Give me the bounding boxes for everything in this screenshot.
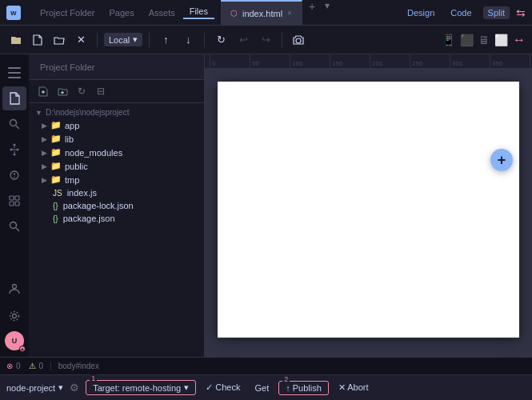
tmp-folder-icon: 📁: [50, 174, 62, 185]
local-label: Local: [109, 35, 130, 45]
status-errors: ⊗ 0 ⚠ 0: [6, 362, 43, 370]
pkglock-icon: {}: [53, 202, 58, 210]
tab-group-pages[interactable]: Pages: [102, 8, 140, 18]
mobile-icon[interactable]: 📱: [442, 34, 455, 46]
activity-search-icon[interactable]: [2, 112, 26, 136]
folder-icon[interactable]: [6, 30, 26, 50]
target-dropdown[interactable]: 1 Target: remote-hosting ▾: [86, 380, 196, 395]
svg-rect-3: [8, 67, 21, 69]
tab-close-icon[interactable]: ×: [287, 9, 292, 18]
add-breakpoint-icon[interactable]: ↔: [513, 33, 526, 47]
tab-bar: W Project Folder Pages Assets Files ⬡ in…: [0, 0, 532, 26]
refresh-icon[interactable]: ↻: [211, 30, 230, 50]
svg-point-25: [13, 314, 17, 318]
pkg-label: package.json: [63, 214, 115, 223]
file-tree: ▼ D:\nodejs\nodejsproject ▶ 📁 app ▶ 📁 li…: [29, 103, 204, 357]
public-chevron: ▶: [42, 162, 47, 170]
desktop-icon[interactable]: 🖥: [478, 34, 490, 46]
expand-icon[interactable]: ⇆: [516, 6, 526, 19]
warning-count: 0: [39, 362, 44, 370]
avatar-badge: ▲: [19, 346, 26, 352]
tab-label: index.html: [242, 9, 282, 18]
activity-git-icon[interactable]: [2, 138, 26, 162]
page-canvas[interactable]: [218, 82, 519, 338]
new-file-icon[interactable]: [28, 30, 47, 50]
error-icon: ⊗: [6, 362, 13, 370]
check-button[interactable]: ✓ Check: [201, 381, 245, 394]
undo-icon[interactable]: ↩: [234, 30, 253, 50]
app-folder-icon: 📁: [50, 120, 62, 130]
ruler-300: 300: [450, 54, 490, 68]
activity-bar: U ▲: [0, 54, 29, 357]
redo-icon[interactable]: ↪: [256, 30, 275, 50]
snapshot-icon[interactable]: [289, 30, 308, 50]
design-view-button[interactable]: Design: [402, 6, 439, 19]
widescreen-icon[interactable]: ⬜: [494, 34, 508, 46]
ruler-250: 250: [410, 54, 450, 68]
tab-more-icon[interactable]: ▾: [322, 0, 333, 26]
canvas-content[interactable]: +: [205, 69, 532, 357]
tree-collapse-btn[interactable]: ⊟: [93, 83, 109, 99]
svg-point-22: [10, 222, 17, 229]
tree-root[interactable]: ▼ D:\nodejs\nodejsproject: [29, 106, 204, 118]
tab-bar-left: W: [0, 6, 21, 20]
activity-extensions-icon[interactable]: [2, 189, 26, 213]
activity-debug-icon[interactable]: [2, 163, 26, 187]
tree-item-lib[interactable]: ▶ 📁 lib: [29, 132, 204, 146]
panel-tab-project[interactable]: Project Folder: [37, 59, 98, 75]
lib-chevron: ▶: [42, 135, 47, 143]
tab-group-project[interactable]: Project Folder: [34, 8, 101, 18]
tree-item-public[interactable]: ▶ 📁 public: [29, 159, 204, 173]
tab-groups: Project Folder Pages Assets Files: [34, 6, 214, 19]
project-gear-icon[interactable]: ⚙: [70, 382, 79, 394]
tree-item-indexjs[interactable]: JS index.js: [29, 186, 204, 199]
horizontal-ruler: 0 50 100 150 200 250 300 350 400 450 500…: [205, 54, 532, 69]
activity-person-icon[interactable]: [2, 277, 26, 301]
check-label: ✓ Check: [206, 382, 240, 393]
tree-item-package-lock[interactable]: {} package-lock.json: [29, 199, 204, 212]
app-chevron: ▶: [42, 122, 47, 130]
upload-icon[interactable]: ↑: [156, 30, 175, 50]
abort-button[interactable]: ✕ Abort: [334, 381, 374, 394]
tree-item-node-modules[interactable]: ▶ 📁 node_modules: [29, 146, 204, 159]
main-area: U ▲ Project Folder ↻ ⊟ ▼ D:\nodejs\nodej…: [0, 54, 532, 357]
close-file-icon[interactable]: ✕: [71, 30, 90, 50]
abort-label: ✕ Abort: [338, 382, 369, 393]
tree-item-tmp[interactable]: ▶ 📁 tmp: [29, 173, 204, 186]
tree-new-folder-btn[interactable]: [54, 83, 70, 99]
tree-item-app[interactable]: ▶ 📁 app: [29, 118, 204, 132]
active-tab[interactable]: ⬡ index.html ×: [221, 0, 302, 26]
file-panel: Project Folder ↻ ⊟ ▼ D:\nodejs\nodejspro…: [29, 54, 205, 357]
avatar[interactable]: U ▲: [5, 331, 24, 350]
download-icon[interactable]: ↓: [178, 30, 198, 50]
publish-button[interactable]: 2 ↑ Publish: [278, 381, 329, 395]
local-dropdown[interactable]: Local ▾: [104, 33, 142, 46]
target-label-num: 1: [90, 374, 97, 382]
open-folder-icon[interactable]: [50, 30, 69, 50]
tree-refresh-btn[interactable]: ↻: [74, 83, 90, 99]
toolbar-separator-1: [97, 33, 98, 47]
pkglock-label: package-lock.json: [63, 201, 134, 210]
activity-search2-icon[interactable]: [2, 214, 26, 238]
tab-group-assets[interactable]: Assets: [142, 8, 182, 18]
tree-item-package[interactable]: {} package.json: [29, 212, 204, 225]
tree-new-file-btn[interactable]: [35, 83, 51, 99]
tab-group-files[interactable]: Files: [183, 6, 214, 19]
activity-files-icon[interactable]: [2, 86, 26, 110]
indexjs-label: index.js: [67, 188, 97, 198]
project-dropdown-arrow: ▾: [58, 382, 63, 393]
project-selector[interactable]: node-project ▾: [6, 382, 63, 393]
code-view-button[interactable]: Code: [446, 6, 476, 19]
split-view-button[interactable]: Split: [483, 6, 510, 19]
ruler-150: 150: [330, 54, 370, 68]
nm-folder-label: node_modules: [65, 148, 122, 158]
get-button[interactable]: Get: [250, 382, 274, 394]
activity-menu-icon[interactable]: [2, 61, 26, 85]
svg-point-2: [296, 38, 301, 43]
activity-settings-icon[interactable]: [2, 304, 26, 328]
add-element-button[interactable]: +: [490, 149, 513, 171]
svg-point-9: [10, 149, 13, 151]
tablet-icon[interactable]: ⬛: [460, 34, 474, 46]
action-bar: node-project ▾ ⚙ 1 Target: remote-hostin…: [0, 374, 532, 400]
tab-add-button[interactable]: +: [302, 0, 322, 26]
